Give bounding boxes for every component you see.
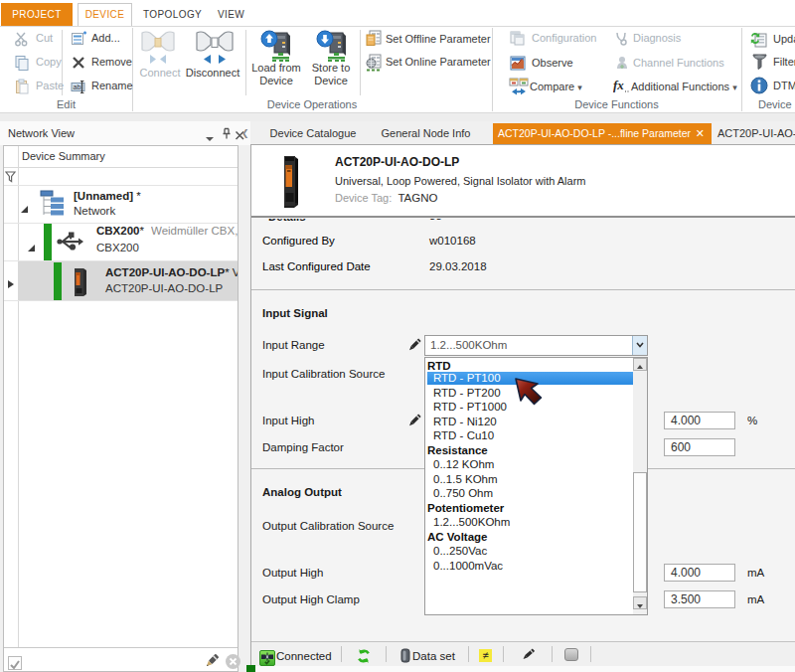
svg-text:ab: ab: [74, 84, 81, 90]
svg-text:fx: fx: [613, 78, 624, 92]
